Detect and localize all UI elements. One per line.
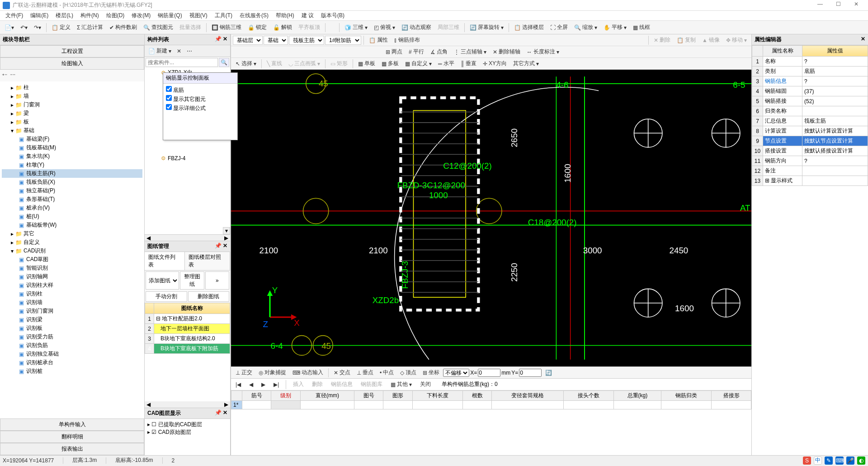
organize-drawing-btn[interactable]: 整理图纸 <box>180 271 204 290</box>
tree-item[interactable]: ▣识别墙 <box>2 298 142 307</box>
other-btn[interactable]: 其它方式 ▾ <box>510 59 542 68</box>
tree-item[interactable]: ▸ 📁柱 <box>2 83 142 92</box>
view3d-btn[interactable]: 🧊 三维 ▾ <box>342 23 370 32</box>
popup-opt[interactable]: 底筋 <box>166 86 235 95</box>
popup-opt[interactable]: 显示其它图元 <box>166 95 235 104</box>
property-row[interactable]: 3钢筋信息? <box>752 76 868 86</box>
undo-btn[interactable]: ↶▾ <box>18 24 30 32</box>
delaux-btn[interactable]: ✕ 删除辅轴 <box>490 47 523 57</box>
property-row[interactable]: 4钢筋锚固(37) <box>752 86 868 96</box>
redo-btn[interactable]: ↷▾ <box>31 24 44 32</box>
tree-item[interactable]: ▸ 📁梁 <box>2 109 142 118</box>
arc-btn[interactable]: ◡ 三点画弧 ▾ <box>286 59 323 68</box>
property-row[interactable]: 7汇总信息筏板主筋 <box>752 116 868 126</box>
property-row[interactable]: 12备注 <box>752 166 868 176</box>
property-row[interactable]: 10搭接设置按默认搭接设置计算 <box>752 146 868 156</box>
new-btn[interactable]: 📄▾ <box>2 24 17 32</box>
tree-item[interactable]: ▣识别轴网 <box>2 272 142 281</box>
menu-item[interactable]: 构件(N) <box>77 12 103 19</box>
next-btn[interactable]: ▶ <box>259 380 268 389</box>
x-input[interactable] <box>478 369 500 377</box>
prop-btn[interactable]: 📋 属性 <box>366 35 391 45</box>
ime-icon[interactable]: S <box>803 456 811 465</box>
first-btn[interactable]: |◀ <box>233 380 244 389</box>
tree-item[interactable]: ▸ 📁墙 <box>2 92 142 100</box>
tree-item[interactable]: ▾ 📁基础 <box>2 126 142 135</box>
tree-item[interactable]: ▣基础板带(W) <box>2 221 142 229</box>
tree-item[interactable]: ▣筏板基础(M) <box>2 143 142 152</box>
other-menu[interactable]: ▦ 其他 ▾ <box>388 380 415 389</box>
fullscreen-btn[interactable]: ⛶ 全屏 <box>547 23 571 32</box>
dynview-btn[interactable]: 🔄 动态观察 <box>399 23 434 32</box>
close-rebar-btn[interactable]: 关闭 <box>417 380 434 389</box>
menu-item[interactable]: 绘图(D) <box>103 12 128 19</box>
menu-item[interactable]: 工具(T) <box>211 12 236 19</box>
vertex-snap[interactable]: ◇ 顶点 <box>397 368 419 377</box>
property-table[interactable]: 属性名称属性值 1名称?2类别底筋3钢筋信息?4钢筋锚固(37)5钢筋搭接(52… <box>752 45 868 186</box>
floor-select[interactable]: 基础层 <box>233 36 263 45</box>
nav-right-icon[interactable]: ▶ <box>224 235 228 241</box>
category-select[interactable]: 基础 <box>264 36 288 45</box>
tree-item[interactable]: ▣集水坑(K) <box>2 152 142 161</box>
del-component-btn[interactable]: ✕ <box>174 47 184 55</box>
kb-icon[interactable]: ⌨ <box>835 456 844 465</box>
sum-btn[interactable]: Σ 汇总计算 <box>74 23 106 32</box>
manual-split-btn[interactable]: 手动分割 <box>146 291 187 302</box>
brush-btn[interactable]: ✔ 构件数刷 <box>107 23 140 32</box>
tree-item[interactable]: ▣识别门窗洞 <box>2 307 142 315</box>
birdview-btn[interactable]: ◰ 俯视 ▾ <box>371 23 398 32</box>
tree-item[interactable]: ▣识别桩 <box>2 367 142 376</box>
pointangle-btn[interactable]: ∡ 点角 <box>428 47 450 57</box>
popup-opt[interactable]: 显示详细公式 <box>166 104 235 113</box>
tree-item[interactable]: ▣CAD草图 <box>2 255 142 264</box>
define-btn[interactable]: 📋 定义 <box>49 23 73 32</box>
tree-item[interactable]: ▣识别独立基础 <box>2 350 142 358</box>
mirror-btn[interactable]: ▲ 镜像 <box>699 35 722 45</box>
tree-item[interactable]: ▾ 📁CAD识别 <box>2 247 142 255</box>
extra-select[interactable]: 1#附加筋 <box>325 36 361 45</box>
nav-left-icon[interactable]: ◀ <box>146 235 151 241</box>
list-item[interactable]: ⚙FBZJ-4 <box>145 154 230 162</box>
rebar-info-btn[interactable]: 钢筋信息 <box>328 380 355 389</box>
property-row[interactable]: 11钢筋方向? <box>752 156 868 166</box>
menu-item[interactable]: 帮助(H) <box>272 12 298 19</box>
tree-item[interactable]: ▸ 📁其它 <box>2 229 142 238</box>
menu-item[interactable]: 建 议 <box>298 12 317 19</box>
mic-icon[interactable]: 🎤 <box>846 456 854 465</box>
property-row[interactable]: 1名称? <box>752 57 868 67</box>
delete-btn[interactable]: ✕ 删除 <box>651 35 673 45</box>
flattop-btn[interactable]: 平齐板顶 <box>296 23 323 32</box>
cad-viewport[interactable]: C12@200(2) FBZD-3C12@200 1000 XZD2b C18@… <box>231 70 751 366</box>
collapse-all-icon[interactable]: ⁻⁻ <box>10 72 15 79</box>
rebar-lib-btn[interactable]: 钢筋图库 <box>358 380 385 389</box>
layer-item[interactable]: ▸ ☐ 已提取的CAD图层 <box>147 421 227 428</box>
search-input[interactable] <box>146 58 218 67</box>
component-select[interactable]: 筏板主筋 <box>289 36 324 45</box>
move-btn[interactable]: ✥ 移动 ▾ <box>723 35 750 45</box>
status-icon[interactable]: ◐ <box>857 456 865 465</box>
unlock-btn[interactable]: 🔓 解锁 <box>270 23 295 32</box>
single-btn[interactable]: ▦ 单板 <box>355 59 378 68</box>
rebar-detail-btn[interactable]: 翻样明细 <box>0 431 144 443</box>
tree-item[interactable]: ▣柱墩(Y) <box>2 161 142 169</box>
insert-btn[interactable]: 插入 <box>290 380 307 389</box>
scroll-left-icon[interactable]: ◀ <box>146 401 151 408</box>
select-tool-btn[interactable]: ↖ 选择 ▾ <box>233 59 259 68</box>
menu-item[interactable]: 文件(F) <box>2 12 27 19</box>
menu-item[interactable]: 楼层(L) <box>52 12 77 19</box>
parallel-btn[interactable]: # 平行 <box>406 47 427 57</box>
tree-item[interactable]: ▣智能识别 <box>2 264 142 272</box>
prev-btn[interactable]: ◀ <box>246 380 256 389</box>
table-row[interactable]: 1⊟ 地下柱配筋图2.0 <box>145 314 230 324</box>
tree-item[interactable]: ▸ 📁门窗洞 <box>2 100 142 109</box>
refresh-icon[interactable]: 🔄 <box>542 369 555 377</box>
single-input-btn[interactable]: 单构件输入 <box>0 418 144 431</box>
tree-item[interactable]: ▸ 📁自定义 <box>2 238 142 247</box>
tab-drawing-files[interactable]: 图纸文件列表 <box>145 252 185 270</box>
last-btn[interactable]: ▶| <box>271 380 282 389</box>
threepoint-btn[interactable]: ⋮ 三点辅轴 ▾ <box>451 47 489 57</box>
search-button[interactable]: 🔍 <box>219 58 229 67</box>
tree-item[interactable]: ▣筏板负筋(X) <box>2 178 142 186</box>
selfloor-btn[interactable]: 📋 选择楼层 <box>511 23 547 32</box>
find-btn[interactable]: 🔍 查找图元 <box>141 23 176 32</box>
